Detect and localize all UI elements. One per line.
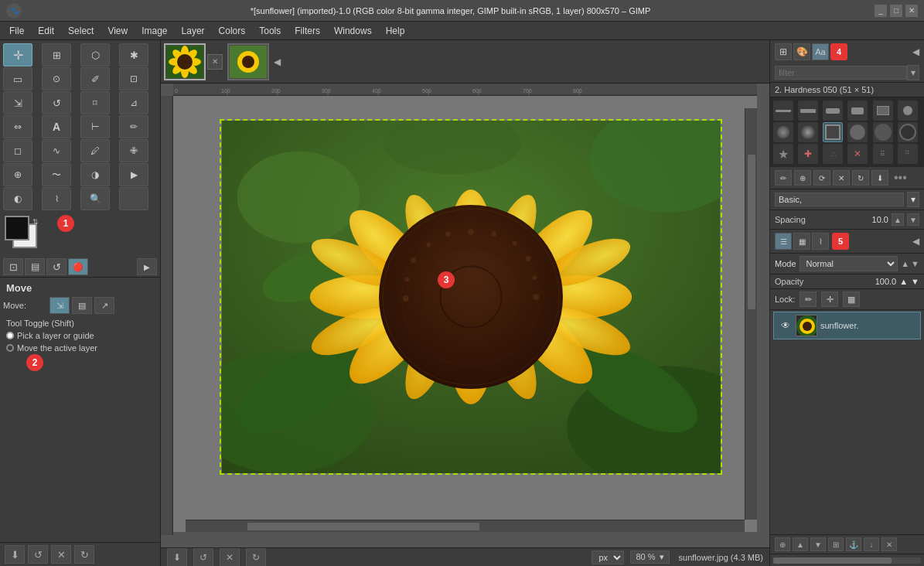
tool-ellipse-select[interactable]: ⊙ bbox=[42, 67, 71, 90]
tb-btn-close[interactable]: ✕ bbox=[51, 545, 71, 564]
brush-item-hard1[interactable] bbox=[847, 122, 868, 142]
canvas-background[interactable]: 3 bbox=[173, 96, 757, 532]
opacity-spin-down[interactable]: ▼ bbox=[911, 277, 919, 286]
opts-btn-active[interactable]: 🔴 bbox=[68, 258, 88, 275]
brush-item-scatter3[interactable]: ⠛ bbox=[898, 144, 918, 164]
v-scrollbar-thumb[interactable] bbox=[748, 155, 755, 309]
tb-btn-undo[interactable]: ↺ bbox=[28, 545, 48, 564]
opts-btn-rotate[interactable]: ↺ bbox=[46, 258, 66, 275]
image-tab-2[interactable] bbox=[227, 43, 269, 80]
canvas-nav-left[interactable]: ◀ bbox=[274, 56, 281, 67]
layer-ctrl-merge[interactable]: ↓ bbox=[864, 537, 879, 551]
lock-pixels-btn[interactable]: ✏ bbox=[800, 292, 817, 307]
tb-btn-save[interactable]: ⬇ bbox=[5, 545, 25, 564]
brush-item-cross2[interactable]: ✕ bbox=[847, 144, 868, 164]
brush-ctrl-copy[interactable]: ⟳ bbox=[813, 170, 830, 186]
tool-eraser[interactable]: ◻ bbox=[3, 139, 32, 162]
panel-tab-colors[interactable]: 🎨 bbox=[793, 43, 810, 60]
menu-image[interactable]: Image bbox=[135, 24, 173, 38]
lock-position-btn[interactable]: ✛ bbox=[821, 292, 838, 307]
layer-item[interactable]: 👁 sunflower. bbox=[773, 312, 921, 339]
image-tab-sunflower[interactable] bbox=[164, 43, 206, 80]
tool-perspective[interactable]: ⊿ bbox=[119, 91, 148, 114]
menu-windows[interactable]: Windows bbox=[328, 24, 378, 38]
brush-ctrl-refresh[interactable]: ↻ bbox=[852, 170, 869, 186]
layer-visibility-toggle[interactable]: 👁 bbox=[779, 319, 793, 332]
statusbar-cancel[interactable]: ✕ bbox=[220, 548, 240, 567]
spacing-spin-up[interactable]: ▲ bbox=[892, 213, 904, 226]
radio-pick-layer[interactable] bbox=[6, 332, 14, 339]
statusbar-redo[interactable]: ↻ bbox=[246, 548, 266, 567]
brush-item-hard3[interactable] bbox=[898, 122, 918, 142]
panel-tab-brushes[interactable]: Aa bbox=[812, 43, 829, 60]
radio-row-2[interactable]: Move the active layer bbox=[3, 342, 157, 354]
move-mode-btn3[interactable]: ↗ bbox=[94, 297, 114, 314]
tool-clone[interactable]: ⊕ bbox=[3, 163, 32, 186]
brush-item-scatter2[interactable]: ⠿ bbox=[873, 144, 893, 164]
brush-item-circle1[interactable] bbox=[898, 101, 918, 121]
brush-item-line1[interactable] bbox=[773, 101, 793, 121]
menu-select[interactable]: Select bbox=[62, 24, 100, 38]
tool-shear[interactable]: ⌑ bbox=[80, 91, 110, 114]
tool-dodge-burn[interactable]: ◑ bbox=[80, 163, 110, 186]
brush-ctrl-delete[interactable]: ✕ bbox=[833, 170, 850, 186]
tool-blend[interactable]: ◐ bbox=[3, 187, 32, 210]
close-button[interactable]: ✕ bbox=[905, 5, 918, 17]
layer-ctrl-anchor[interactable]: ⚓ bbox=[846, 537, 861, 551]
mode-select[interactable]: Normal bbox=[800, 256, 898, 271]
brush-item-rect1[interactable] bbox=[873, 101, 893, 121]
brush-ctrl-edit[interactable]: ✏ bbox=[775, 170, 792, 186]
menu-edit[interactable]: Edit bbox=[32, 24, 60, 38]
mode-arrow-up[interactable]: ▲ bbox=[901, 259, 909, 268]
opts-collapse[interactable]: ▶ bbox=[137, 258, 157, 275]
move-mode-btn2[interactable]: ▤ bbox=[72, 297, 92, 314]
tool-rotate[interactable]: ↺ bbox=[42, 91, 71, 114]
color-swap-icon[interactable]: ⇅ bbox=[32, 218, 39, 226]
move-mode-btn1[interactable]: ⇲ bbox=[49, 297, 70, 314]
maximize-button[interactable]: □ bbox=[890, 5, 902, 17]
layer-tab-paths[interactable]: ⌇ bbox=[812, 233, 829, 250]
tool-move[interactable]: ✛ bbox=[3, 43, 32, 66]
brush-ctrl-add[interactable]: ⊕ bbox=[794, 170, 811, 186]
tool-bucket-fill[interactable]: ▶ bbox=[119, 163, 148, 186]
layer-ctrl-copy[interactable]: ⊞ bbox=[828, 537, 844, 551]
panel-tab-patterns[interactable]: ⊞ bbox=[775, 43, 792, 60]
tool-airbrush[interactable]: ∿ bbox=[42, 139, 71, 162]
brush-item-cross1[interactable]: ✚ bbox=[798, 144, 818, 164]
brush-ctrl-save[interactable]: ⬇ bbox=[871, 170, 888, 186]
layer-ctrl-new[interactable]: ⊕ bbox=[775, 537, 790, 551]
spacing-spin-down[interactable]: ▼ bbox=[907, 213, 919, 226]
right-panel-scrollbar[interactable] bbox=[770, 554, 924, 566]
image-tab-close[interactable]: ✕ bbox=[207, 54, 223, 70]
unit-selector[interactable]: px bbox=[592, 551, 624, 564]
tool-heal[interactable]: ✙ bbox=[119, 139, 148, 162]
opts-btn-image[interactable]: ⊡ bbox=[3, 258, 23, 275]
menu-filters[interactable]: Filters bbox=[288, 24, 326, 38]
tool-path[interactable]: ⌇ bbox=[42, 187, 71, 210]
h-scrollbar[interactable] bbox=[186, 520, 745, 532]
radio-move-layer[interactable] bbox=[6, 344, 14, 352]
opts-btn-grid[interactable]: ▤ bbox=[25, 258, 45, 275]
window-controls[interactable]: _ □ ✕ bbox=[875, 5, 918, 17]
radio-row-1[interactable]: Pick a layer or guide bbox=[3, 329, 157, 342]
h-scrollbar-thumb[interactable] bbox=[247, 523, 479, 530]
lock-alpha-btn[interactable]: ▦ bbox=[843, 292, 860, 307]
layer-tab-channels[interactable]: ▦ bbox=[793, 233, 810, 250]
tool-crop[interactable]: ⊡ bbox=[119, 67, 148, 90]
menu-help[interactable]: Help bbox=[380, 24, 411, 38]
tool-text[interactable]: A bbox=[42, 115, 71, 138]
preset-dropdown-btn[interactable]: ▾ bbox=[907, 192, 919, 207]
panel-tab-badge-5[interactable]: 5 bbox=[832, 233, 849, 250]
brush-item-line4[interactable] bbox=[847, 101, 868, 121]
brushes-panel-collapse[interactable]: ◀ bbox=[912, 46, 919, 57]
tool-color-picker[interactable]: ✐ bbox=[80, 67, 110, 90]
layer-ctrl-delete[interactable]: ✕ bbox=[881, 537, 897, 551]
statusbar-icon[interactable]: ⬇ bbox=[167, 548, 187, 567]
tool-smudge[interactable]: 〜 bbox=[42, 163, 71, 186]
brush-filter-dropdown[interactable]: ▾ bbox=[907, 65, 919, 80]
layer-tab-layers[interactable]: ☰ bbox=[775, 233, 792, 250]
panel-tab-badge-4[interactable]: 4 bbox=[830, 43, 847, 60]
brush-item-star[interactable]: ★ bbox=[773, 144, 793, 164]
tool-paintbrush[interactable]: ✏ bbox=[119, 115, 148, 138]
menu-tools[interactable]: Tools bbox=[253, 24, 287, 38]
